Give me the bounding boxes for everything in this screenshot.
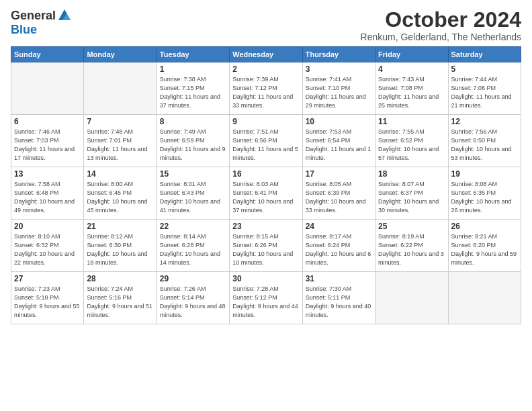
cell-4-2: 29Sunrise: 7:26 AMSunset: 5:14 PMDayligh… [157,272,229,324]
cell-0-5: 4Sunrise: 7:43 AMSunset: 7:08 PMDaylight… [375,62,448,115]
col-wednesday: Wednesday [230,47,302,62]
page: General Blue October 2024 Renkum, Gelder… [0,0,532,330]
cell-3-0: 20Sunrise: 8:10 AMSunset: 6:32 PMDayligh… [11,220,84,272]
logo-icon [57,8,72,23]
col-tuesday: Tuesday [157,47,229,62]
cell-1-2: 8Sunrise: 7:49 AMSunset: 6:59 PMDaylight… [157,115,229,167]
month-title: October 2024 [361,8,521,32]
cell-2-4: 17Sunrise: 8:05 AMSunset: 6:39 PMDayligh… [302,167,375,220]
cell-4-5 [375,272,448,324]
cell-0-4: 3Sunrise: 7:41 AMSunset: 7:10 PMDaylight… [302,62,375,115]
cell-1-1: 7Sunrise: 7:48 AMSunset: 7:01 PMDaylight… [84,115,157,167]
cell-3-3: 23Sunrise: 8:15 AMSunset: 6:26 PMDayligh… [230,220,302,272]
cell-3-5: 25Sunrise: 8:19 AMSunset: 6:22 PMDayligh… [375,220,448,272]
col-thursday: Thursday [302,47,375,62]
cell-2-1: 14Sunrise: 8:00 AMSunset: 6:45 PMDayligh… [84,167,157,220]
logo: General Blue [11,8,72,37]
header-row: Sunday Monday Tuesday Wednesday Thursday… [11,47,521,62]
week-row-3: 13Sunrise: 7:58 AMSunset: 6:48 PMDayligh… [11,167,521,220]
col-friday: Friday [375,47,448,62]
col-monday: Monday [84,47,157,62]
cell-2-0: 13Sunrise: 7:58 AMSunset: 6:48 PMDayligh… [11,167,84,220]
week-row-1: 1Sunrise: 7:38 AMSunset: 7:15 PMDaylight… [11,62,521,115]
cell-1-0: 6Sunrise: 7:46 AMSunset: 7:03 PMDaylight… [11,115,84,167]
cell-4-6 [448,272,521,324]
logo-blue-text: Blue [11,23,37,37]
cell-2-3: 16Sunrise: 8:03 AMSunset: 6:41 PMDayligh… [230,167,302,220]
cell-0-6: 5Sunrise: 7:44 AMSunset: 7:06 PMDaylight… [448,62,521,115]
cell-0-0 [11,62,84,115]
cell-0-3: 2Sunrise: 7:39 AMSunset: 7:12 PMDaylight… [230,62,302,115]
cell-4-3: 30Sunrise: 7:28 AMSunset: 5:12 PMDayligh… [230,272,302,324]
cell-3-1: 21Sunrise: 8:12 AMSunset: 6:30 PMDayligh… [84,220,157,272]
title-block: October 2024 Renkum, Gelderland, The Net… [361,8,521,42]
col-sunday: Sunday [11,47,84,62]
header: General Blue October 2024 Renkum, Gelder… [11,8,521,42]
cell-2-6: 19Sunrise: 8:08 AMSunset: 6:35 PMDayligh… [448,167,521,220]
cell-2-2: 15Sunrise: 8:01 AMSunset: 6:43 PMDayligh… [157,167,229,220]
cell-2-5: 18Sunrise: 8:07 AMSunset: 6:37 PMDayligh… [375,167,448,220]
week-row-5: 27Sunrise: 7:23 AMSunset: 5:18 PMDayligh… [11,272,521,324]
week-row-2: 6Sunrise: 7:46 AMSunset: 7:03 PMDaylight… [11,115,521,167]
cell-3-6: 26Sunrise: 8:21 AMSunset: 6:20 PMDayligh… [448,220,521,272]
cell-1-6: 12Sunrise: 7:56 AMSunset: 6:50 PMDayligh… [448,115,521,167]
location: Renkum, Gelderland, The Netherlands [361,32,521,42]
col-saturday: Saturday [448,47,521,62]
cell-4-0: 27Sunrise: 7:23 AMSunset: 5:18 PMDayligh… [11,272,84,324]
calendar-table: Sunday Monday Tuesday Wednesday Thursday… [11,46,521,324]
cell-1-4: 10Sunrise: 7:53 AMSunset: 6:54 PMDayligh… [302,115,375,167]
cell-3-2: 22Sunrise: 8:14 AMSunset: 6:28 PMDayligh… [157,220,229,272]
cell-0-2: 1Sunrise: 7:38 AMSunset: 7:15 PMDaylight… [157,62,229,115]
cell-4-1: 28Sunrise: 7:24 AMSunset: 5:16 PMDayligh… [84,272,157,324]
cell-1-5: 11Sunrise: 7:55 AMSunset: 6:52 PMDayligh… [375,115,448,167]
logo-general-text: General [11,9,56,23]
cell-1-3: 9Sunrise: 7:51 AMSunset: 6:56 PMDaylight… [230,115,302,167]
cell-4-4: 31Sunrise: 7:30 AMSunset: 5:11 PMDayligh… [302,272,375,324]
cell-3-4: 24Sunrise: 8:17 AMSunset: 6:24 PMDayligh… [302,220,375,272]
week-row-4: 20Sunrise: 8:10 AMSunset: 6:32 PMDayligh… [11,220,521,272]
cell-0-1 [84,62,157,115]
